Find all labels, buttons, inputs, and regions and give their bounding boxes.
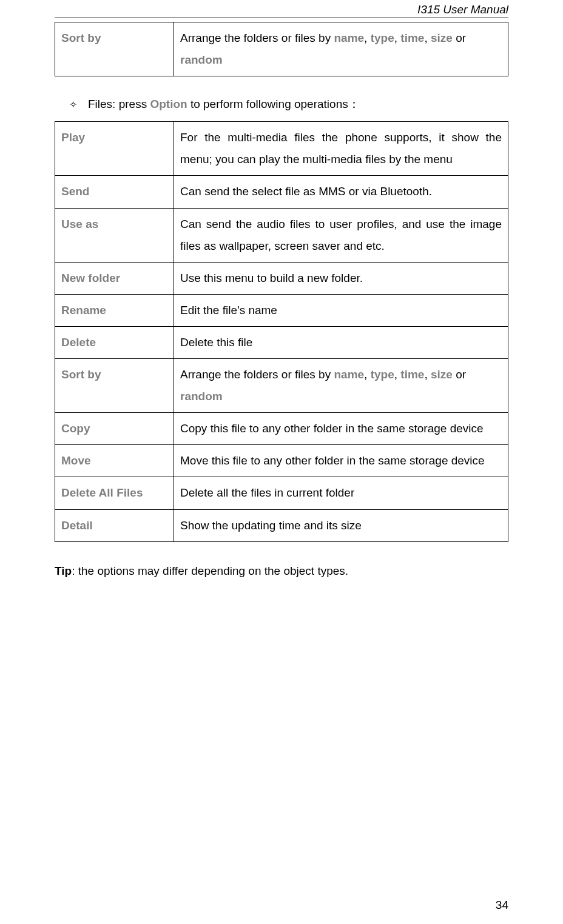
desc-pre-text: Arrange the folders or files by bbox=[180, 368, 334, 381]
table-row: Sort byArrange the folders or files by n… bbox=[55, 359, 508, 413]
option-description: Move this file to any other folder in th… bbox=[174, 445, 508, 477]
table-row: New folderUse this menu to build a new f… bbox=[55, 262, 508, 294]
file-options-table: PlayFor the multi-media files the phone … bbox=[55, 121, 508, 541]
desc-separator: , bbox=[394, 368, 401, 381]
option-description: Edit the file's name bbox=[174, 294, 508, 326]
bullet-pre-text: Files: press bbox=[88, 98, 150, 110]
table-row: DeleteDelete this file bbox=[55, 326, 508, 358]
tip-line: Tip: the options may differ depending on… bbox=[55, 560, 508, 582]
option-label: Sort by bbox=[55, 22, 174, 76]
option-description: Delete all the files in current folder bbox=[174, 477, 508, 509]
option-label: Sort by bbox=[55, 359, 174, 413]
option-description: Arrange the folders or files by name, ty… bbox=[174, 22, 508, 76]
desc-separator: , bbox=[424, 368, 431, 381]
table-row: RenameEdit the file's name bbox=[55, 294, 508, 326]
sort-keyword: name bbox=[334, 32, 364, 44]
desc-separator: , bbox=[394, 32, 401, 44]
page-number: 34 bbox=[496, 899, 508, 912]
sort-by-table: Sort byArrange the folders or files by n… bbox=[55, 22, 508, 76]
sort-keyword: size bbox=[431, 368, 453, 381]
table-row: PlayFor the multi-media files the phone … bbox=[55, 122, 508, 176]
sort-keyword: random bbox=[180, 53, 223, 66]
sort-keyword: type bbox=[371, 368, 394, 381]
desc-separator: , bbox=[424, 32, 431, 44]
table-row: SendCan send the select file as MMS or v… bbox=[55, 176, 508, 208]
option-description: For the multi-media files the phone supp… bbox=[174, 122, 508, 176]
option-label: Send bbox=[55, 176, 174, 208]
sort-keyword: name bbox=[334, 368, 364, 381]
option-description: Use this menu to build a new folder. bbox=[174, 262, 508, 294]
files-bullet-line: ✧ Files: press Option to perform followi… bbox=[69, 93, 508, 115]
desc-separator: or bbox=[453, 32, 466, 44]
option-label: Move bbox=[55, 445, 174, 477]
desc-separator: , bbox=[364, 32, 371, 44]
option-description: Can send the audio files to user profile… bbox=[174, 208, 508, 262]
option-description: Arrange the folders or files by name, ty… bbox=[174, 359, 508, 413]
bullet-option-keyword: Option bbox=[150, 98, 187, 110]
sort-keyword: time bbox=[400, 368, 424, 381]
option-label: Delete bbox=[55, 326, 174, 358]
option-label: Delete All Files bbox=[55, 477, 174, 509]
tip-label: Tip bbox=[55, 564, 72, 577]
option-description: Delete this file bbox=[174, 326, 508, 358]
diamond-bullet-icon: ✧ bbox=[69, 96, 77, 114]
option-label: Play bbox=[55, 122, 174, 176]
table-row: Delete All FilesDelete all the files in … bbox=[55, 477, 508, 509]
option-label: Copy bbox=[55, 413, 174, 445]
files-bullet-text: Files: press Option to perform following… bbox=[88, 93, 360, 115]
sort-keyword: time bbox=[400, 32, 424, 44]
option-description: Show the updating time and its size bbox=[174, 509, 508, 541]
table-row: Sort byArrange the folders or files by n… bbox=[55, 22, 508, 76]
option-label: New folder bbox=[55, 262, 174, 294]
table-row: CopyCopy this file to any other folder i… bbox=[55, 413, 508, 445]
table-row: Use asCan send the audio files to user p… bbox=[55, 208, 508, 262]
desc-pre-text: Arrange the folders or files by bbox=[180, 32, 334, 44]
tip-text: : the options may differ depending on th… bbox=[72, 564, 348, 577]
option-label: Use as bbox=[55, 208, 174, 262]
option-label: Detail bbox=[55, 509, 174, 541]
desc-separator: , bbox=[364, 368, 371, 381]
desc-separator: or bbox=[453, 368, 466, 381]
table-row: DetailShow the updating time and its siz… bbox=[55, 509, 508, 541]
option-description: Can send the select file as MMS or via B… bbox=[174, 176, 508, 208]
sort-keyword: random bbox=[180, 390, 223, 403]
table-row: MoveMove this file to any other folder i… bbox=[55, 445, 508, 477]
option-label: Rename bbox=[55, 294, 174, 326]
option-description: Copy this file to any other folder in th… bbox=[174, 413, 508, 445]
sort-keyword: type bbox=[371, 32, 394, 44]
bullet-post-text: to perform following operations： bbox=[187, 98, 360, 110]
page-header-title: I315 User Manual bbox=[55, 0, 508, 18]
sort-keyword: size bbox=[431, 32, 453, 44]
header-divider bbox=[55, 18, 508, 18]
